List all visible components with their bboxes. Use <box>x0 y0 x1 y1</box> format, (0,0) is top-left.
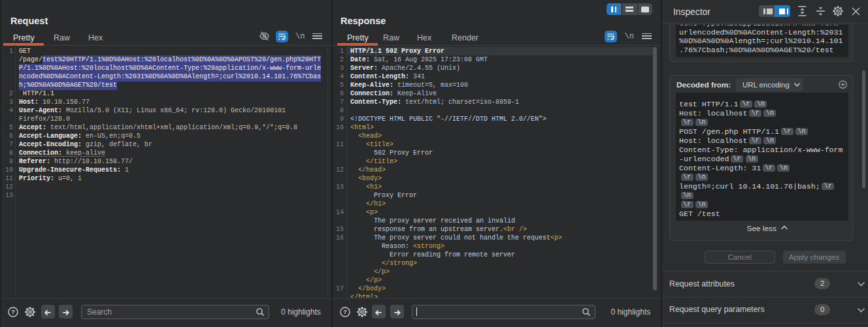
svg-text:?: ? <box>343 308 347 315</box>
svg-text:?: ? <box>11 308 15 315</box>
